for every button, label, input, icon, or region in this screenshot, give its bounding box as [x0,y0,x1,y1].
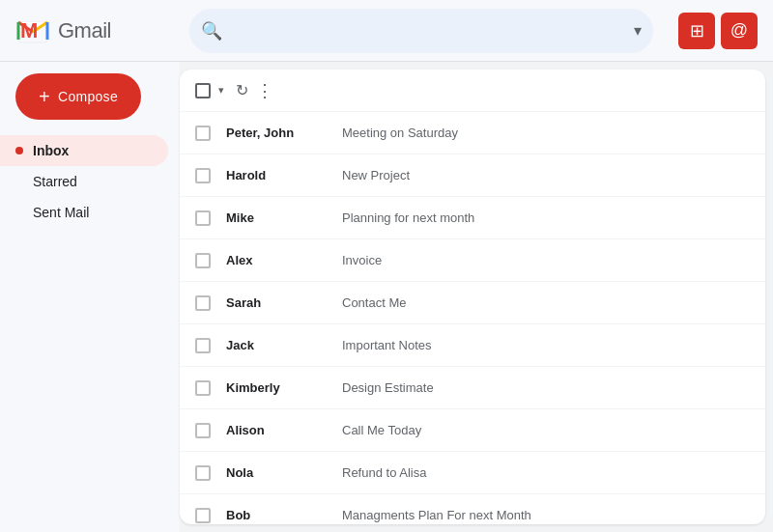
compose-button[interactable]: + Compose [15,73,141,120]
email-sender: Harold [226,168,342,182]
email-row[interactable]: MikePlanning for next month [180,197,765,239]
email-checkbox[interactable] [195,423,211,438]
email-checkbox[interactable] [195,126,211,141]
email-row[interactable]: KimberlyDesign Estimate [180,367,765,409]
email-subject: Invoice [342,253,750,267]
email-subject: Refund to Alisa [342,465,750,480]
email-sender: Peter, John [226,126,342,140]
email-sender: Alex [226,253,342,267]
compose-plus-icon: + [39,87,50,106]
email-subject: Managments Plan For next Month [342,508,750,522]
email-checkbox[interactable] [195,338,211,353]
sidebar-inbox-label: Inbox [33,143,69,158]
email-checkbox[interactable] [195,210,211,226]
email-sender: Alison [226,423,342,437]
more-options-icon[interactable]: ⋮ [256,80,274,101]
search-input[interactable] [230,22,630,40]
email-subject: Design Estimate [342,380,750,395]
email-panel: ▾ ↻ ⋮ Peter, JohnMeeting on SaturdayHaro… [180,70,765,524]
search-bar[interactable]: 🔍 ▾ [189,9,653,53]
email-row[interactable]: AlisonCall Me Today [180,409,765,452]
email-toolbar: ▾ ↻ ⋮ [180,70,765,112]
email-subject: Meeting on Saturday [342,126,750,140]
header-icons: ⊞ @ [678,13,758,49]
search-dropdown-icon[interactable]: ▾ [634,21,642,40]
main-layout: + Compose Inbox Starred Sent Mail ▾ ↻ ⋮ … [0,62,773,532]
email-checkbox[interactable] [195,508,211,523]
inbox-dot-icon [15,147,23,154]
email-sender: Mike [226,210,342,225]
email-row[interactable]: NolaRefund to Alisa [180,452,765,494]
email-row[interactable]: JackImportant Notes [180,324,765,367]
email-checkbox[interactable] [195,168,211,183]
email-subject: New Project [342,168,750,182]
refresh-icon[interactable]: ↻ [236,81,248,99]
email-sender: Kimberly [226,380,342,395]
email-checkbox[interactable] [195,295,211,311]
at-icon: @ [730,20,748,41]
email-subject: Planning for next month [342,210,750,225]
logo-area: M Gmail [15,14,189,48]
email-sender: Jack [226,338,342,352]
at-icon-button[interactable]: @ [721,13,758,49]
gmail-logo-icon: M [15,14,50,48]
email-sender: Bob [226,508,342,522]
email-checkbox[interactable] [195,380,211,396]
email-subject: Contact Me [342,295,750,310]
select-dropdown-icon[interactable]: ▾ [218,84,224,97]
sidebar-sent-label: Sent Mail [33,205,89,220]
email-checkbox[interactable] [195,465,211,481]
email-row[interactable]: AlexInvoice [180,239,765,282]
app-header: M Gmail 🔍 ▾ ⊞ @ [0,0,773,62]
email-subject: Important Notes [342,338,750,352]
sidebar-item-starred[interactable]: Starred [0,166,168,197]
sidebar-item-inbox[interactable]: Inbox [0,135,168,166]
email-sender: Sarah [226,295,342,310]
email-row[interactable]: BobManagments Plan For next Month [180,494,765,524]
select-all-checkbox[interactable] [195,83,211,98]
compose-label: Compose [58,89,118,104]
email-sender: Nola [226,465,342,480]
email-row[interactable]: Peter, JohnMeeting on Saturday [180,112,765,154]
email-row[interactable]: HaroldNew Project [180,154,765,197]
search-icon: 🔍 [201,20,222,42]
sidebar-starred-label: Starred [33,174,77,189]
email-list: Peter, JohnMeeting on SaturdayHaroldNew … [180,112,765,524]
grid-icon: ⊞ [690,20,704,42]
email-subject: Call Me Today [342,423,750,437]
grid-view-button[interactable]: ⊞ [678,13,715,49]
sidebar: + Compose Inbox Starred Sent Mail [0,62,180,532]
svg-text:M: M [20,18,38,42]
email-checkbox[interactable] [195,253,211,268]
sidebar-item-sent[interactable]: Sent Mail [0,197,168,228]
email-row[interactable]: SarahContact Me [180,282,765,324]
app-title: Gmail [58,18,111,43]
